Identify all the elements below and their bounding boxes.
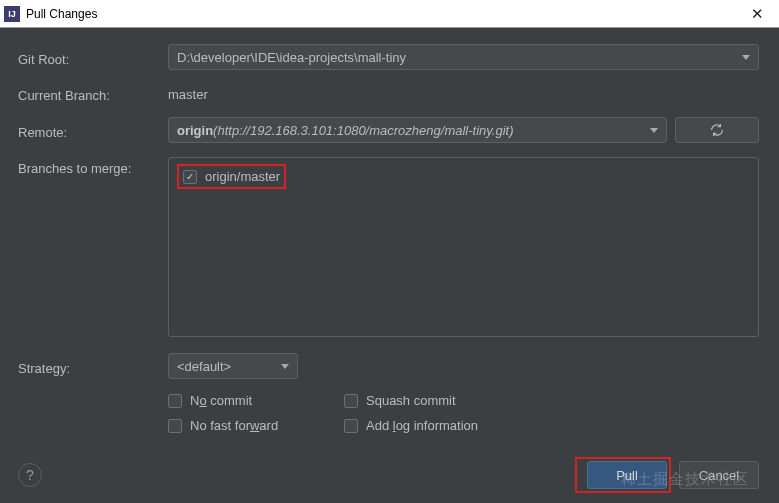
checkbox-icon[interactable] (168, 419, 182, 433)
app-icon: IJ (4, 6, 20, 22)
dialog-content: Git Root: D:\developer\IDE\idea-projects… (0, 28, 779, 443)
remote-label: Remote: (18, 121, 168, 140)
pull-highlight: Pull (575, 457, 671, 493)
branch-label: origin/master (205, 169, 280, 184)
no-ff-label: No fast forward (190, 418, 278, 433)
git-root-combo[interactable]: D:\developer\IDE\idea-projects\mall-tiny (168, 44, 759, 70)
cancel-button[interactable]: Cancel (679, 461, 759, 489)
chevron-down-icon (742, 55, 750, 60)
options-grid: No commit Squash commit No fast forward … (168, 393, 548, 433)
pull-button[interactable]: Pull (587, 461, 667, 489)
close-icon[interactable]: ✕ (735, 0, 779, 28)
dialog-footer: ? Pull Cancel (18, 457, 759, 493)
add-log-label: Add log information (366, 418, 478, 433)
branch-checkbox[interactable]: ✓ (183, 170, 197, 184)
strategy-label: Strategy: (18, 357, 168, 376)
chevron-down-icon (650, 128, 658, 133)
title-bar: IJ Pull Changes ✕ (0, 0, 779, 28)
checkbox-icon[interactable] (168, 394, 182, 408)
checkbox-icon[interactable] (344, 394, 358, 408)
strategy-value: <default> (177, 359, 231, 374)
remote-value: origin(http://192.168.3.101:1080/macrozh… (177, 123, 514, 138)
add-log-option[interactable]: Add log information (344, 418, 494, 433)
no-commit-option[interactable]: No commit (168, 393, 318, 408)
checkbox-icon[interactable] (344, 419, 358, 433)
window-title: Pull Changes (26, 7, 735, 21)
branches-label: Branches to merge: (18, 157, 168, 176)
squash-commit-label: Squash commit (366, 393, 456, 408)
branches-list[interactable]: ✓ origin/master (168, 157, 759, 337)
current-branch-value: master (168, 85, 208, 102)
chevron-down-icon (281, 364, 289, 369)
no-fast-forward-option[interactable]: No fast forward (168, 418, 318, 433)
current-branch-label: Current Branch: (18, 84, 168, 103)
refresh-button[interactable] (675, 117, 759, 143)
help-button[interactable]: ? (18, 463, 42, 487)
git-root-label: Git Root: (18, 48, 168, 67)
no-commit-label: No commit (190, 393, 252, 408)
strategy-combo[interactable]: <default> (168, 353, 298, 379)
remote-combo[interactable]: origin(http://192.168.3.101:1080/macrozh… (168, 117, 667, 143)
refresh-icon (709, 122, 725, 138)
squash-commit-option[interactable]: Squash commit (344, 393, 494, 408)
git-root-value: D:\developer\IDE\idea-projects\mall-tiny (177, 50, 406, 65)
branch-item[interactable]: ✓ origin/master (177, 164, 286, 189)
